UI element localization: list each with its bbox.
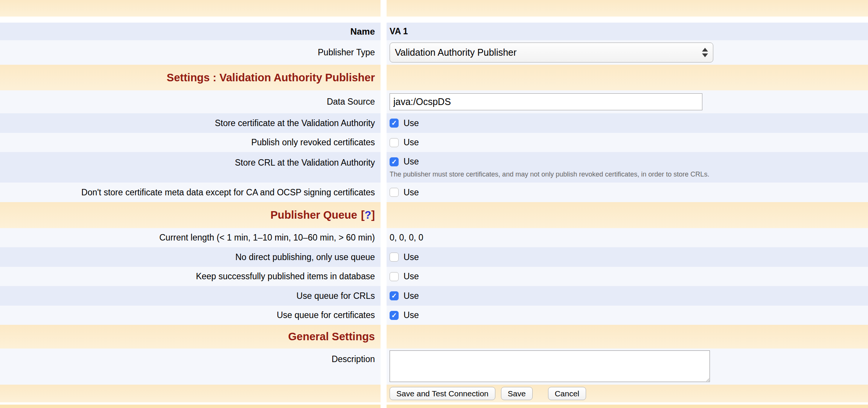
queue-section-title: Publisher Queue[?] [270,209,375,221]
current-length-label: Current length (< 1 min, 1–10 min, 10–60… [159,232,375,243]
use-label: Use [404,252,419,262]
data-source-input[interactable] [390,93,702,110]
name-label: Name [350,26,375,37]
queue-crls-label: Use queue for CRLs [297,291,375,301]
select-stepper-icon [702,48,708,57]
column-gutter [381,286,387,306]
row-store-crl: Store CRL at the Validation Authority Us… [0,152,868,183]
cancel-button[interactable]: Cancel [548,387,586,400]
store-certificate-label: Store certificate at the Validation Auth… [215,118,375,129]
use-label: Use [404,118,419,128]
row-data-source: Data Source [0,90,868,113]
help-bracket: ] [371,209,375,221]
column-gutter [381,65,387,90]
section-header-queue: Publisher Queue[?] [0,202,868,228]
section-header-general: General Settings [0,325,868,349]
help-bracket: [ [361,209,365,221]
row-queue-crls: Use queue for CRLs Use [0,286,868,306]
no-direct-publishing-label: No direct publishing, only use queue [235,252,375,263]
general-section-title: General Settings [288,330,375,343]
band-separator [0,17,868,23]
column-gutter [381,349,387,385]
name-value: VA 1 [390,26,408,37]
column-gutter [381,183,387,202]
description-textarea[interactable] [390,350,710,382]
row-buttons: Save and Test Connection Save Cancel [0,385,868,402]
publisher-type-select[interactable]: Validation Authority Publisher [390,43,713,62]
current-length-value: 0, 0, 0, 0 [390,233,423,243]
publish-revoked-label: Publish only revoked certificates [251,137,375,148]
store-certificate-checkbox[interactable] [390,119,399,128]
use-label: Use [404,291,419,301]
column-gutter [381,90,387,113]
no-direct-publishing-checkbox[interactable] [390,253,399,262]
keep-published-label: Keep successfully published items in dat… [196,271,375,282]
queue-certificates-checkbox[interactable] [390,311,399,320]
row-publish-revoked: Publish only revoked certificates Use [0,133,868,152]
row-name: Name VA 1 [0,23,868,40]
row-current-length: Current length (< 1 min, 1–10 min, 10–60… [0,228,868,247]
row-dont-store-meta: Don't store certificate meta data except… [0,183,868,202]
queue-certificates-label: Use queue for certificates [277,310,375,321]
store-crl-note: The publisher must store certificates, a… [390,171,709,178]
row-publisher-type: Publisher Type Validation Authority Publ… [0,40,868,65]
row-no-direct-publishing: No direct publishing, only use queue Use [0,247,868,267]
column-gutter [381,133,387,152]
row-description: Description [0,349,868,385]
row-keep-published: Keep successfully published items in dat… [0,267,868,286]
use-label: Use [404,271,419,282]
bottom-band [0,405,868,408]
column-gutter [381,23,387,40]
column-gutter [381,267,387,286]
publisher-type-selected-value: Validation Authority Publisher [395,47,516,58]
dont-store-meta-label: Don't store certificate meta data except… [81,187,375,198]
publisher-type-label: Publisher Type [318,47,375,58]
column-gutter [381,247,387,267]
column-gutter [381,385,387,402]
use-label: Use [404,137,419,148]
column-gutter [381,152,387,183]
column-gutter [381,405,387,408]
publish-revoked-checkbox[interactable] [390,138,399,147]
column-gutter [381,306,387,325]
keep-published-checkbox[interactable] [390,272,399,281]
row-queue-certificates: Use queue for certificates Use [0,306,868,325]
column-gutter [381,40,387,65]
help-link[interactable]: ? [365,209,372,221]
store-crl-checkbox[interactable] [390,157,399,166]
dont-store-meta-checkbox[interactable] [390,188,399,197]
queue-crls-checkbox[interactable] [390,291,399,300]
row-store-certificate: Store certificate at the Validation Auth… [0,113,868,133]
description-label: Description [332,354,375,365]
use-label: Use [404,310,419,320]
column-gutter [381,202,387,228]
column-gutter [381,113,387,133]
save-and-test-button[interactable]: Save and Test Connection [390,387,495,400]
store-crl-label: Store CRL at the Validation Authority [235,157,375,168]
save-button[interactable]: Save [501,387,533,400]
settings-section-title: Settings : Validation Authority Publishe… [167,72,375,84]
data-source-label: Data Source [327,96,375,107]
use-label: Use [404,187,419,198]
column-gutter [381,0,387,17]
top-band [0,0,868,17]
section-header-settings: Settings : Validation Authority Publishe… [0,65,868,90]
column-gutter [381,325,387,349]
use-label: Use [404,157,419,167]
publisher-edit-page: Name VA 1 Publisher Type Validation Auth… [0,0,868,408]
column-gutter [381,228,387,247]
